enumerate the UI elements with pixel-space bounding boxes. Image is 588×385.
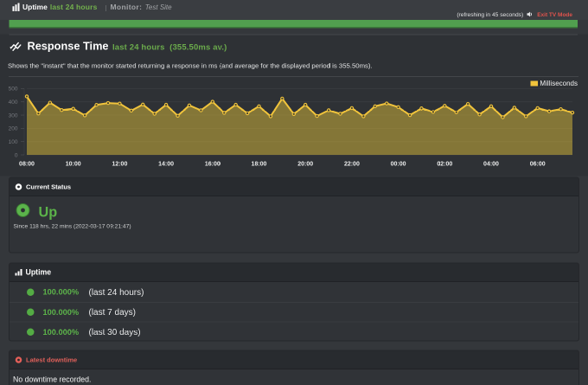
svg-text:100: 100: [9, 138, 18, 144]
svg-text:00:00: 00:00: [391, 160, 406, 166]
svg-text:10:00: 10:00: [66, 160, 81, 166]
svg-text:16:00: 16:00: [205, 160, 220, 166]
svg-text:12:00: 12:00: [112, 160, 127, 166]
svg-text:08:00: 08:00: [19, 160, 35, 166]
svg-text:0: 0: [15, 151, 18, 157]
svg-text:18:00: 18:00: [252, 160, 267, 166]
svg-text:04:00: 04:00: [483, 160, 499, 166]
svg-text:500: 500: [9, 86, 18, 92]
svg-text:06:00: 06:00: [530, 160, 546, 166]
svg-text:300: 300: [9, 112, 18, 118]
svg-text:200: 200: [9, 125, 18, 132]
svg-text:22:00: 22:00: [344, 160, 360, 166]
svg-text:14:00: 14:00: [158, 160, 174, 166]
svg-text:400: 400: [9, 99, 18, 105]
svg-text:02:00: 02:00: [437, 160, 452, 166]
svg-text:20:00: 20:00: [297, 160, 313, 166]
